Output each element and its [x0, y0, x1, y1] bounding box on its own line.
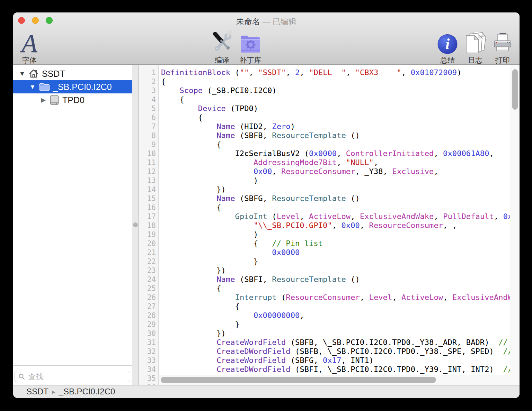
home-icon — [29, 69, 38, 79]
log-label: 日志 — [468, 55, 482, 65]
log-icon — [464, 31, 486, 54]
window-chrome: 未命名 — 已编辑 A 字体 编译 — [13, 12, 520, 65]
horizontal-scrollbar[interactable] — [159, 375, 510, 385]
font-toolbar-button[interactable]: A 字体 — [21, 31, 37, 65]
find-bar — [13, 365, 132, 385]
info-icon: i — [438, 34, 458, 54]
log-toolbar-button[interactable]: 日志 — [464, 31, 486, 65]
status-bar: SSDT ▸ _SB.PCI0.I2C0 — [13, 385, 520, 398]
print-toolbar-button[interactable]: 打印 — [492, 31, 513, 65]
vertical-scrollbar-thumb[interactable] — [512, 69, 518, 110]
tree-item-sb-pci0-i2c0[interactable]: ▼ _SB.PCI0.I2C0 — [13, 80, 132, 93]
sidebar: ▼ SSDT ▼ — [13, 65, 132, 385]
patch-library-toolbar-button[interactable]: 补丁库 — [239, 31, 262, 65]
code-lines[interactable]: DefinitionBlock ("", "SSDT", 2, "DELL ",… — [159, 65, 520, 385]
print-label: 打印 — [495, 55, 510, 65]
divider-handle[interactable] — [133, 222, 138, 227]
tree-item-label: TPD0 — [62, 95, 85, 105]
breadcrumb-root[interactable]: SSDT — [26, 387, 48, 396]
disclosure-right-icon[interactable]: ▶ — [40, 96, 46, 104]
breadcrumb-separator-icon: ▸ — [52, 388, 55, 396]
ssdt-tree: ▼ SSDT ▼ — [13, 65, 132, 365]
line-numbers: 1234567891011121314151617181920212223242… — [139, 65, 159, 385]
split-divider[interactable] — [132, 65, 139, 385]
summary-label: 总结 — [440, 55, 455, 65]
window-title: 未命名 — 已编辑 — [13, 16, 520, 27]
tree-item-tpd0[interactable]: ▶ TPD0 — [13, 93, 132, 107]
device-icon — [50, 95, 59, 105]
patch-library-icon — [239, 31, 262, 54]
main-content: ▼ SSDT ▼ — [13, 65, 520, 385]
vertical-scrollbar[interactable] — [510, 65, 520, 385]
horizontal-scrollbar-thumb[interactable] — [161, 377, 436, 383]
disclosure-down-icon[interactable]: ▼ — [29, 83, 36, 91]
compile-icon — [210, 31, 234, 54]
disclosure-down-icon[interactable]: ▼ — [19, 70, 25, 77]
font-icon: A — [21, 33, 37, 54]
breadcrumb-path[interactable]: _SB.PCI0.I2C0 — [59, 387, 115, 396]
tree-item-label: _SB.PCI0.I2C0 — [53, 82, 112, 92]
compile-toolbar-button[interactable]: 编译 — [210, 31, 234, 65]
patch-library-label: 补丁库 — [240, 55, 261, 65]
search-icon — [18, 373, 25, 380]
tree-item-label: SSDT — [42, 69, 65, 79]
compile-label: 编译 — [215, 55, 229, 65]
print-icon — [492, 31, 513, 54]
tree-item-ssdt[interactable]: ▼ SSDT — [13, 67, 132, 80]
font-label: 字体 — [22, 55, 37, 65]
folder-icon — [39, 83, 50, 91]
code-editor[interactable]: 1234567891011121314151617181920212223242… — [139, 65, 520, 385]
search-field[interactable] — [15, 371, 130, 382]
search-input[interactable] — [28, 372, 111, 381]
titlebar[interactable]: 未命名 — 已编辑 — [13, 12, 520, 29]
app-window: 未命名 — 已编辑 A 字体 编译 — [13, 12, 520, 398]
summary-toolbar-button[interactable]: i 总结 — [438, 31, 458, 65]
